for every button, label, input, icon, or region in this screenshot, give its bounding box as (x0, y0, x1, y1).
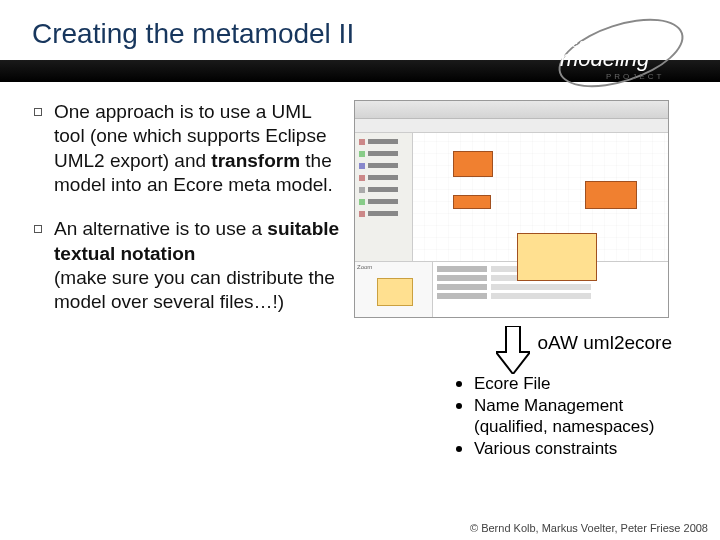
class-box (453, 195, 491, 209)
dot-bullet-icon (456, 446, 462, 452)
right-panel: Zoom oAW uml2ecore Ecore File (344, 100, 684, 335)
sub-bullet-item: Name Management (qualified, namespaces) (456, 396, 654, 437)
oaw-label: oAW uml2ecore (538, 332, 672, 354)
class-box (453, 151, 493, 177)
square-bullet-icon (34, 108, 42, 116)
square-bullet-icon (34, 225, 42, 233)
screenshot-toolbar (355, 119, 668, 133)
class-box (517, 233, 597, 281)
copyright-footer: © Bernd Kolb, Markus Voelter, Peter Frie… (470, 522, 708, 534)
down-arrow-icon (496, 326, 530, 378)
dot-bullet-icon (456, 381, 462, 387)
bullet-item: One approach is to use a UML tool (one w… (34, 100, 344, 197)
eclipse-modeling-logo: eclipse modeling PROJECT (548, 14, 698, 92)
sub-bullet-item: Ecore File (456, 374, 654, 394)
sub-bullet-list: Ecore File Name Management (qualified, n… (456, 374, 654, 462)
bullet-item: An alternative is to use a suitable text… (34, 217, 344, 314)
screenshot-canvas (413, 133, 668, 261)
screenshot-palette (355, 133, 413, 261)
content-area: One approach is to use a UML tool (one w… (0, 82, 720, 335)
sub-bullet-item: Various constraints (456, 439, 654, 459)
bullet-list: One approach is to use a UML tool (one w… (34, 100, 344, 335)
dot-bullet-icon (456, 403, 462, 409)
screenshot-outline: Zoom (355, 262, 433, 317)
class-box (585, 181, 637, 209)
bullet-text: An alternative is to use a suitable text… (54, 217, 344, 314)
uml-tool-screenshot: Zoom (354, 100, 669, 318)
bullet-text: One approach is to use a UML tool (one w… (54, 100, 344, 197)
screenshot-menubar (355, 101, 668, 119)
